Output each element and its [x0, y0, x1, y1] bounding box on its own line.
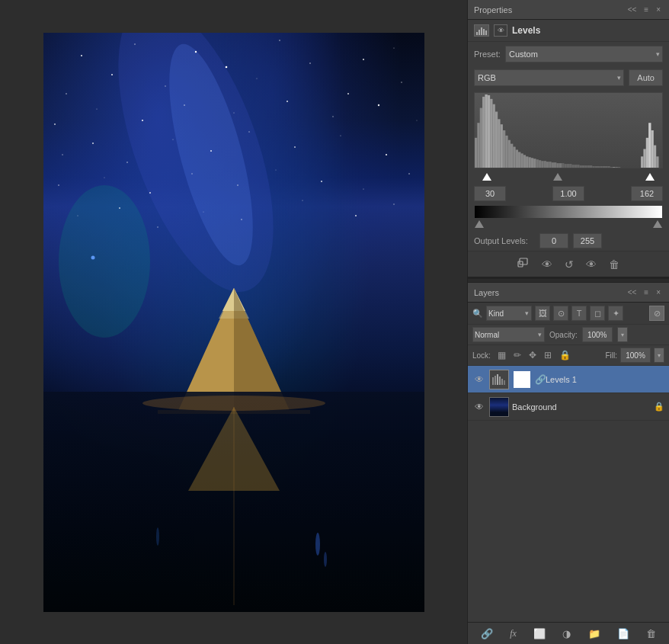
layer-delete-btn[interactable]: 🗑 [643, 626, 659, 641]
svg-rect-97 [541, 161, 543, 168]
svg-rect-90 [523, 155, 526, 168]
lock-position-btn[interactable]: ✥ [527, 349, 539, 361]
auto-button[interactable]: Auto [629, 69, 663, 86]
filter-smart-btn[interactable]: ✦ [608, 306, 623, 321]
layer-item-background[interactable]: 👁 Background 🔒 [468, 393, 669, 421]
histogram-icon-svg [475, 26, 488, 35]
input-black-value[interactable]: 30 [474, 186, 506, 201]
svg-rect-102 [554, 162, 556, 168]
output-black-value[interactable]: 0 [539, 233, 568, 248]
output-levels-row: Output Levels: 0 255 [468, 231, 669, 251]
svg-point-2 [59, 185, 150, 338]
properties-menu-button[interactable]: ≡ [642, 5, 651, 14]
svg-point-6 [279, 40, 280, 41]
svg-rect-141 [501, 379, 503, 385]
fill-input[interactable] [620, 348, 651, 363]
properties-collapse-button[interactable]: << [626, 5, 639, 14]
layer-mask-btn[interactable]: ⬜ [530, 626, 549, 641]
blend-mode-select[interactable]: Normal Multiply Screen Overlay Soft Ligh… [472, 327, 545, 342]
svg-point-41 [321, 181, 322, 182]
view-previous-button[interactable]: 👁 [539, 257, 555, 272]
layers-collapse-button[interactable]: << [626, 288, 639, 297]
preset-select[interactable]: Custom Default Darker Increase Contrast … [505, 46, 663, 62]
layer-new-btn[interactable]: 📄 [614, 626, 632, 641]
levels-adjustment-icon [489, 370, 509, 389]
svg-point-14 [309, 62, 311, 64]
filter-toggle-btn[interactable]: ⊘ [649, 306, 664, 321]
canvas-area [0, 0, 467, 644]
svg-rect-119 [597, 166, 600, 168]
input-white-value[interactable]: 162 [631, 186, 663, 201]
svg-rect-65 [476, 32, 478, 35]
layers-panel-controls: << ≡ × [626, 288, 663, 297]
fill-arrow-button[interactable]: ▾ [654, 348, 664, 363]
filter-shape-btn[interactable]: ◻ [590, 306, 605, 321]
lock-transparency-btn[interactable]: ▦ [495, 349, 508, 361]
channel-select[interactable]: RGB Red Green Blue [474, 69, 624, 86]
delete-layer-button[interactable]: 🗑 [606, 257, 623, 272]
black-input-triangle[interactable] [482, 173, 491, 181]
svg-rect-138 [495, 376, 496, 385]
output-black-triangle[interactable] [475, 220, 484, 229]
layer-fx-btn[interactable]: fx [507, 626, 520, 641]
mid-input-triangle[interactable] [553, 173, 562, 181]
layer-adjustment-btn[interactable]: ◑ [559, 626, 574, 641]
svg-point-46 [157, 226, 158, 227]
filter-adjust-btn[interactable]: ⊙ [553, 306, 568, 321]
layer-item-levels1[interactable]: 👁 🔗 Lev [468, 366, 669, 393]
svg-point-64 [156, 527, 159, 546]
fx-text: fx [510, 628, 517, 639]
lock-artboard-btn[interactable]: ⊞ [542, 349, 554, 361]
svg-rect-72 [477, 123, 479, 168]
levels-visibility-toggle[interactable]: 👁 [494, 24, 507, 37]
reset-button[interactable]: ↺ [562, 257, 577, 272]
svg-rect-124 [610, 167, 613, 168]
svg-rect-75 [485, 95, 487, 168]
svg-point-43 [408, 173, 410, 175]
layer-group-btn[interactable]: 📁 [585, 626, 603, 641]
output-white-value[interactable]: 255 [573, 233, 602, 248]
svg-rect-99 [546, 162, 549, 168]
output-white-triangle[interactable] [653, 220, 662, 229]
opacity-input[interactable] [582, 327, 613, 342]
output-slider-area [475, 220, 662, 229]
layer-link-btn[interactable]: 🔗 [478, 626, 496, 641]
canvas-image [43, 33, 424, 612]
svg-point-49 [302, 200, 302, 200]
svg-rect-107 [567, 164, 569, 168]
kind-select[interactable]: Kind [486, 306, 532, 321]
output-levels-label: Output Levels: [474, 236, 535, 245]
filter-type-btn[interactable]: T [571, 306, 587, 321]
properties-close-button[interactable]: × [654, 5, 663, 14]
svg-rect-130 [646, 138, 648, 168]
input-mid-value[interactable]: 1.00 [552, 186, 584, 201]
svg-point-31 [248, 131, 249, 132]
layer-visibility-levels1[interactable]: 👁 [472, 373, 486, 386]
svg-rect-115 [587, 165, 590, 168]
filter-pixel-btn[interactable]: 🖼 [535, 306, 550, 321]
lock-all-btn[interactable]: 🔒 [557, 349, 573, 361]
lock-row: Lock: ▦ ✏ ✥ ⊞ 🔒 Fill: ▾ [468, 345, 669, 366]
layers-close-button[interactable]: × [654, 288, 663, 297]
svg-point-30 [210, 150, 212, 152]
clip-to-layer-button[interactable] [514, 256, 533, 272]
lock-pixels-btn[interactable]: ✏ [511, 349, 523, 361]
svg-rect-67 [481, 27, 482, 35]
levels-icon [474, 24, 489, 37]
white-input-triangle[interactable] [645, 173, 655, 181]
svg-point-9 [66, 93, 67, 95]
svg-rect-117 [592, 166, 594, 168]
svg-rect-69 [485, 30, 487, 35]
toggle-layer-visibility-button[interactable]: 👁 [583, 257, 600, 272]
layer-visibility-background[interactable]: 👁 [472, 400, 486, 414]
svg-point-34 [385, 153, 386, 155]
layers-menu-button[interactable]: ≡ [642, 288, 651, 297]
right-panels: Properties << ≡ × [467, 0, 669, 644]
svg-rect-74 [482, 97, 485, 168]
opacity-label: Opacity: [549, 331, 578, 339]
background-thumb [489, 397, 509, 417]
svg-point-8 [393, 47, 394, 48]
svg-rect-82 [503, 130, 505, 168]
opacity-arrow-button[interactable]: ▾ [617, 327, 628, 342]
svg-rect-126 [616, 167, 618, 168]
